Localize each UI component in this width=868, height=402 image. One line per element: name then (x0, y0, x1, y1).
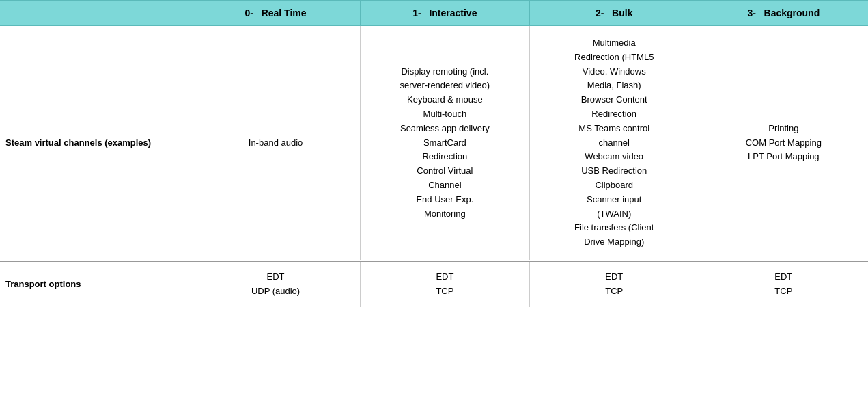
header-col1: 1- Interactive (360, 1, 529, 26)
channels-col2: Multimedia Redirection (HTML5 Video, Win… (529, 26, 699, 260)
col3-label: Background (764, 8, 820, 18)
col1-num: 1- (412, 8, 421, 18)
col2-num: 2- (596, 8, 604, 18)
transport-row: Transport options EDTUDP (audio) EDTTCP … (0, 261, 868, 306)
col3-num: 3- (747, 8, 755, 18)
transport-col1: EDTTCP (360, 261, 529, 306)
transport-col2: EDTTCP (529, 261, 699, 306)
header-col2: 2- Bulk (529, 1, 699, 26)
transport-row-label: Transport options (0, 261, 191, 306)
channels-row-label: Steam virtual channels (examples) (0, 26, 191, 260)
header-col-row-label (0, 1, 191, 26)
col2-label: Bulk (612, 8, 632, 18)
header-col3: 3- Background (699, 1, 868, 26)
channels-col3: Printing COM Port Mapping LPT Port Mappi… (699, 26, 868, 260)
header-col0: 0- Real Time (191, 1, 361, 26)
transport-col0: EDTUDP (audio) (191, 261, 361, 306)
col1-label: Interactive (429, 8, 477, 18)
channels-row: Steam virtual channels (examples) In-ban… (0, 26, 868, 260)
channels-col0: In-band audio (191, 26, 361, 260)
channels-col1: Display remoting (incl.server-rendered v… (360, 26, 529, 260)
transport-col3: EDTTCP (699, 261, 868, 306)
col0-num: 0- (245, 8, 253, 18)
header-row: 0- Real Time 1- Interactive 2- Bulk 3- (0, 1, 868, 26)
col0-label: Real Time (262, 8, 307, 18)
